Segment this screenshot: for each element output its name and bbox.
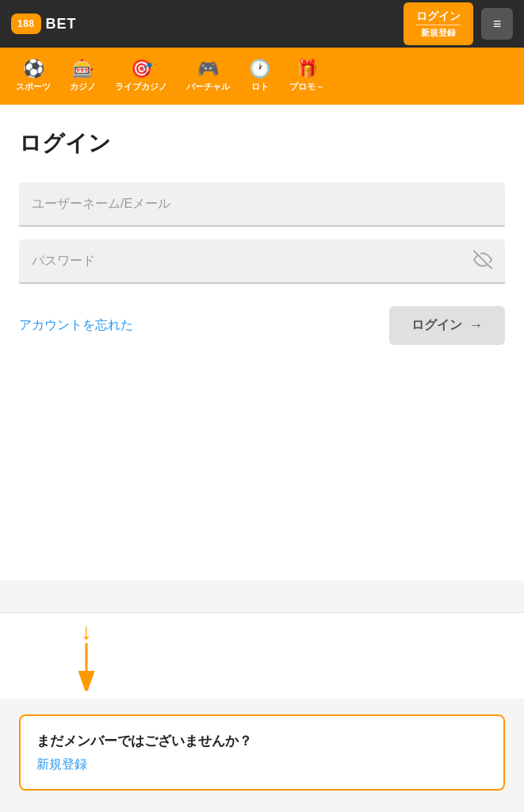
- hamburger-icon: ≡: [493, 16, 502, 33]
- nav-virtual[interactable]: 🎮 バーチャル: [177, 52, 239, 101]
- main-content: ログイン アカウントを忘れた ログイン →: [0, 105, 524, 580]
- login-label: ログイン: [416, 9, 461, 23]
- password-input[interactable]: [19, 239, 505, 284]
- register-label: 新規登録: [416, 27, 461, 38]
- sports-icon: ⚽: [23, 60, 44, 78]
- nav-casino-label: カジノ: [70, 81, 96, 93]
- nav-promo-label: プロモ－: [289, 81, 324, 93]
- nav-bar: ⚽ スポーツ 🎰 カジノ 🎯 ライブカジノ 🎮 バーチャル 🕐 ロト 🎁 プロモ…: [0, 48, 524, 105]
- menu-button[interactable]: ≡: [481, 8, 513, 40]
- nav-sports[interactable]: ⚽ スポーツ: [6, 52, 60, 101]
- nav-virtual-label: バーチャル: [186, 81, 230, 93]
- arrow-annotation: ↓: [0, 613, 524, 699]
- login-arrow-icon: →: [469, 317, 483, 334]
- loto-icon: 🕐: [249, 60, 270, 78]
- nav-sports-label: スポーツ: [16, 81, 51, 93]
- password-group: [19, 239, 505, 284]
- nav-live-casino[interactable]: 🎯 ライブカジノ: [105, 52, 177, 101]
- register-box: まだメンバーではございませんか？ 新規登録: [19, 714, 505, 791]
- register-box-title: まだメンバーではございませんか？: [36, 732, 488, 750]
- register-box-area: まだメンバーではございませんか？ 新規登録: [0, 699, 524, 812]
- live-casino-icon: 🎯: [131, 60, 152, 78]
- login-button[interactable]: ログイン →: [389, 306, 505, 345]
- casino-icon: 🎰: [72, 60, 94, 78]
- logo: 188 BET: [11, 13, 77, 34]
- login-register-button[interactable]: ログイン 新規登録: [404, 2, 473, 44]
- page-title: ログイン: [19, 128, 505, 159]
- down-arrow-svg: [75, 643, 98, 691]
- virtual-icon: 🎮: [197, 60, 219, 78]
- toggle-password-icon[interactable]: [473, 251, 492, 274]
- logo-text: BET: [46, 16, 77, 33]
- header: 188 BET ログイン 新規登録 ≡: [0, 0, 524, 48]
- logo-icon: 188: [11, 13, 41, 34]
- actions-row: アカウントを忘れた ログイン →: [19, 306, 505, 345]
- login-button-label: ログイン: [411, 317, 462, 334]
- forgot-link[interactable]: アカウントを忘れた: [19, 317, 133, 334]
- nav-promo[interactable]: 🎁 プロモ－: [280, 52, 334, 101]
- register-link[interactable]: 新規登録: [36, 757, 87, 771]
- nav-casino[interactable]: 🎰 カジノ: [60, 52, 105, 101]
- username-input[interactable]: [19, 182, 505, 227]
- username-group: [19, 182, 505, 227]
- divider: [0, 612, 524, 613]
- nav-live-casino-label: ライブカジノ: [115, 81, 167, 93]
- nav-loto-label: ロト: [251, 81, 269, 93]
- header-right: ログイン 新規登録 ≡: [404, 2, 513, 44]
- promo-icon: 🎁: [296, 60, 318, 78]
- nav-loto[interactable]: 🕐 ロト: [239, 52, 280, 101]
